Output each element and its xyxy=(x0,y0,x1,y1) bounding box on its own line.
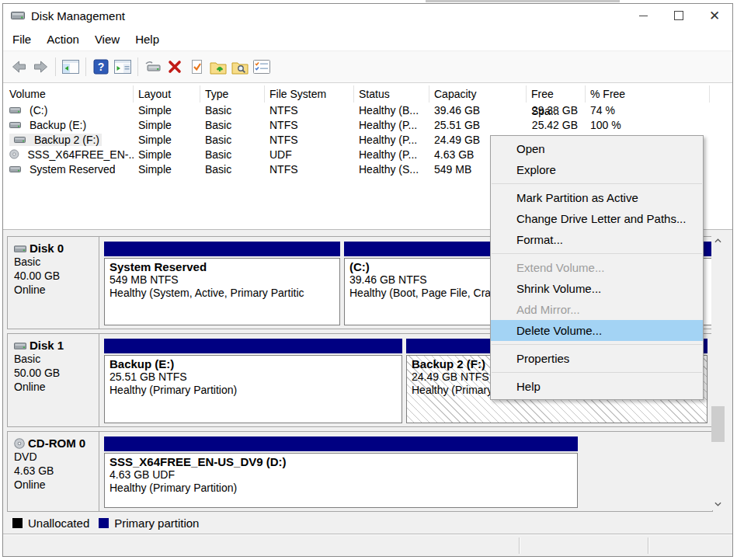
unallocated-swatch xyxy=(12,518,23,528)
cdrom0-size: 4.63 GB xyxy=(14,464,96,478)
status-bar xyxy=(3,534,732,556)
disk1-label[interactable]: Disk 1 Basic 50.00 GB Online xyxy=(8,334,99,426)
show-console-tree-icon[interactable] xyxy=(61,57,81,77)
maximize-icon xyxy=(674,11,683,20)
context-item-change-letter[interactable]: Change Drive Letter and Paths... xyxy=(491,208,703,229)
menu-action[interactable]: Action xyxy=(39,30,87,49)
context-item-shrink-volume[interactable]: Shrink Volume... xyxy=(491,278,703,299)
primary-partition-band xyxy=(104,339,402,353)
disk0-label[interactable]: Disk 0 Basic 40.00 GB Online xyxy=(8,237,99,329)
partition-system-reserved[interactable]: System Reserved 549 MB NTFS Healthy (Sys… xyxy=(104,242,340,325)
menu-separator xyxy=(492,372,702,373)
context-item-help[interactable]: Help xyxy=(491,376,703,397)
partition-dvd-d[interactable]: SSS_X64FREE_EN-US_DV9 (D:) 4.63 GB UDF H… xyxy=(104,437,578,508)
minimize-button[interactable] xyxy=(625,4,661,27)
toolbar-separator xyxy=(137,57,138,76)
properties-list-icon[interactable] xyxy=(252,57,272,77)
primary-partition-swatch xyxy=(99,518,109,528)
disk-icon xyxy=(14,135,26,144)
cdrom0-type: DVD xyxy=(14,450,96,464)
scroll-down-icon[interactable] xyxy=(711,497,725,510)
partition-backup-e[interactable]: Backup (E:) 25.51 GB NTFS Healthy (Prima… xyxy=(104,339,402,423)
legend-bar: Unallocated Primary partition xyxy=(3,512,732,534)
disk1-status: Online xyxy=(14,380,96,394)
context-item-format[interactable]: Format... xyxy=(491,229,703,250)
col-status[interactable]: Status xyxy=(354,85,429,103)
statusbar-divider xyxy=(519,537,520,554)
maximize-button[interactable] xyxy=(661,4,697,27)
menu-bar: File Action View Help xyxy=(3,27,732,50)
rescan-disks-icon[interactable] xyxy=(143,57,163,77)
folder-up-icon[interactable] xyxy=(208,57,228,77)
svg-text:?: ? xyxy=(98,61,105,73)
context-item-mark-active[interactable]: Mark Partition as Active xyxy=(491,187,703,208)
cdrom0-label[interactable]: CD-ROM 0 DVD 4.63 GB Online xyxy=(8,432,99,511)
app-disk-icon xyxy=(11,10,25,21)
forward-icon[interactable] xyxy=(30,57,50,77)
cd-icon xyxy=(14,438,25,449)
menu-view[interactable]: View xyxy=(87,30,127,49)
minimize-icon xyxy=(639,16,648,16)
col-volume[interactable]: Volume xyxy=(7,85,134,103)
disk0-status: Online xyxy=(14,283,96,297)
disk-icon xyxy=(9,120,21,129)
menu-separator xyxy=(492,344,702,345)
col-type[interactable]: Type xyxy=(200,85,265,103)
primary-partition-band xyxy=(104,437,578,451)
context-item-open[interactable]: Open xyxy=(491,138,703,159)
close-button[interactable]: ✕ xyxy=(697,4,732,27)
menu-file[interactable]: File xyxy=(5,30,39,49)
legend-primary-partition: Primary partition xyxy=(99,517,199,530)
cdrom0-status: Online xyxy=(14,478,96,492)
scroll-up-icon[interactable] xyxy=(711,234,725,247)
help-icon[interactable]: ? xyxy=(91,57,111,77)
context-item-explore[interactable]: Explore xyxy=(491,159,703,180)
disk-icon xyxy=(14,244,26,253)
toolbar: ? xyxy=(3,50,732,83)
window-title: Disk Management xyxy=(31,9,125,23)
context-item-extend-volume: Extend Volume... xyxy=(491,257,703,278)
close-icon: ✕ xyxy=(709,9,720,23)
menu-help[interactable]: Help xyxy=(127,30,167,49)
col-pct-free[interactable]: % Free xyxy=(586,85,710,103)
context-item-properties[interactable]: Properties xyxy=(491,348,703,369)
context-item-add-mirror: Add Mirror... xyxy=(491,299,703,320)
disk1-type: Basic xyxy=(14,352,96,366)
disk-icon xyxy=(9,106,21,114)
legend-unallocated: Unallocated xyxy=(12,517,89,530)
folder-search-icon[interactable] xyxy=(230,57,250,77)
disk-icon xyxy=(14,341,26,350)
screenshot-root: Disk Management ✕ File Action View Help xyxy=(0,0,737,560)
menu-separator xyxy=(492,183,702,184)
disk0-size: 40.00 GB xyxy=(14,269,96,283)
volume-context-menu: Open Explore Mark Partition as Active Ch… xyxy=(490,135,704,400)
disk-icon xyxy=(9,165,21,173)
back-icon[interactable] xyxy=(9,57,29,77)
toolbar-separator xyxy=(55,57,56,76)
statusbar-divider xyxy=(648,537,648,554)
primary-partition-band xyxy=(104,242,340,256)
col-capacity[interactable]: Capacity xyxy=(429,85,527,103)
context-item-delete-volume[interactable]: Delete Volume... xyxy=(491,320,703,341)
show-action-pane-icon[interactable] xyxy=(113,57,133,77)
cd-icon xyxy=(9,149,19,159)
toolbar-separator xyxy=(85,57,86,76)
title-bar[interactable]: Disk Management ✕ xyxy=(3,4,732,27)
disk1-size: 50.00 GB xyxy=(14,366,96,380)
col-file-system[interactable]: File System xyxy=(265,85,354,103)
menu-separator xyxy=(492,253,702,254)
volume-table-header: Volume Layout Type File System Status Ca… xyxy=(7,85,732,103)
table-row[interactable]: Backup (E:) Simple Basic NTFS Healthy (P… xyxy=(7,117,732,132)
background-window-artifact xyxy=(426,0,620,2)
table-row[interactable]: (C:) Simple Basic NTFS Healthy (B... 39.… xyxy=(7,103,732,117)
cdrom0-row: CD-ROM 0 DVD 4.63 GB Online SSS_X64FREE_… xyxy=(7,431,713,512)
delete-icon[interactable] xyxy=(165,57,185,77)
check-document-icon[interactable] xyxy=(186,57,207,77)
col-free-space[interactable]: Free Spa... xyxy=(527,85,586,103)
disk0-type: Basic xyxy=(14,255,96,269)
vertical-scrollbar[interactable] xyxy=(711,234,725,510)
col-layout[interactable]: Layout xyxy=(134,85,200,103)
scrollbar-thumb[interactable] xyxy=(711,406,725,442)
